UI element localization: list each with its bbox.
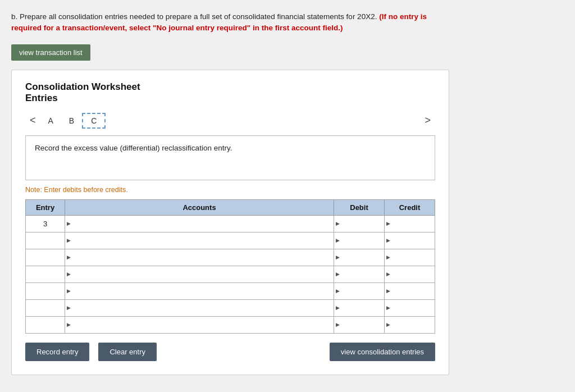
instructions-text: b. Prepare all consolidation entries nee… (11, 11, 449, 34)
instruction-box: Record the excess value (differential) r… (25, 135, 435, 180)
note-text: Note: Enter debits before credits. (25, 186, 435, 194)
tab-a[interactable]: A (40, 114, 61, 127)
credit-cell[interactable] (385, 299, 435, 316)
col-header-entry: Entry (26, 199, 65, 215)
instruction-main: b. Prepare all consolidation entries nee… (11, 12, 377, 21)
prev-chevron[interactable]: < (25, 113, 40, 127)
accounts-cell[interactable] (65, 232, 334, 249)
table-row (26, 282, 435, 299)
accounts-cell[interactable] (65, 282, 334, 299)
button-row: Record entry Clear entry view consolidat… (25, 343, 435, 361)
accounts-cell[interactable] (65, 266, 334, 282)
accounts-cell[interactable] (65, 215, 334, 232)
entry-num-cell: 3 (26, 215, 65, 232)
table-row: 3 (26, 215, 435, 232)
accounts-cell[interactable] (65, 249, 334, 266)
tab-c[interactable]: C (82, 113, 106, 129)
table-row (26, 266, 435, 282)
credit-cell[interactable] (385, 316, 435, 333)
credit-cell[interactable] (385, 249, 435, 266)
worksheet-card: Consolidation Worksheet Entries < A B C … (11, 70, 449, 375)
entry-num-cell (26, 249, 65, 266)
entry-num-cell (26, 282, 65, 299)
instruction-box-text: Record the excess value (differential) r… (35, 144, 232, 152)
page-wrapper: b. Prepare all consolidation entries nee… (11, 11, 449, 375)
tab-b[interactable]: B (61, 114, 82, 127)
view-transaction-button[interactable]: view transaction list (11, 44, 90, 61)
entry-num-cell (26, 316, 65, 333)
debit-cell[interactable] (334, 249, 385, 266)
col-header-accounts: Accounts (65, 199, 334, 215)
entry-num-cell (26, 299, 65, 316)
credit-cell[interactable] (385, 282, 435, 299)
next-chevron[interactable]: > (420, 113, 435, 127)
view-consolidation-button[interactable]: view consolidation entries (330, 343, 435, 361)
entry-num-cell (26, 266, 65, 282)
debit-cell[interactable] (334, 316, 385, 333)
record-entry-button[interactable]: Record entry (25, 343, 89, 361)
debit-cell[interactable] (334, 299, 385, 316)
credit-cell[interactable] (385, 232, 435, 249)
entry-num-cell (26, 232, 65, 249)
debit-cell[interactable] (334, 282, 385, 299)
credit-cell[interactable] (385, 215, 435, 232)
accounts-cell[interactable] (65, 316, 334, 333)
debit-cell[interactable] (334, 266, 385, 282)
debit-cell[interactable] (334, 232, 385, 249)
table-row (26, 299, 435, 316)
table-row (26, 232, 435, 249)
debit-cell[interactable] (334, 215, 385, 232)
col-header-credit: Credit (385, 199, 435, 215)
table-row (26, 316, 435, 333)
credit-cell[interactable] (385, 266, 435, 282)
tab-nav: < A B C > (25, 113, 435, 129)
entry-table: Entry Accounts Debit Credit 3 (25, 199, 435, 334)
clear-entry-button[interactable]: Clear entry (98, 343, 157, 361)
accounts-cell[interactable] (65, 299, 334, 316)
table-row (26, 249, 435, 266)
col-header-debit: Debit (334, 199, 385, 215)
worksheet-title: Consolidation Worksheet Entries (25, 81, 435, 104)
